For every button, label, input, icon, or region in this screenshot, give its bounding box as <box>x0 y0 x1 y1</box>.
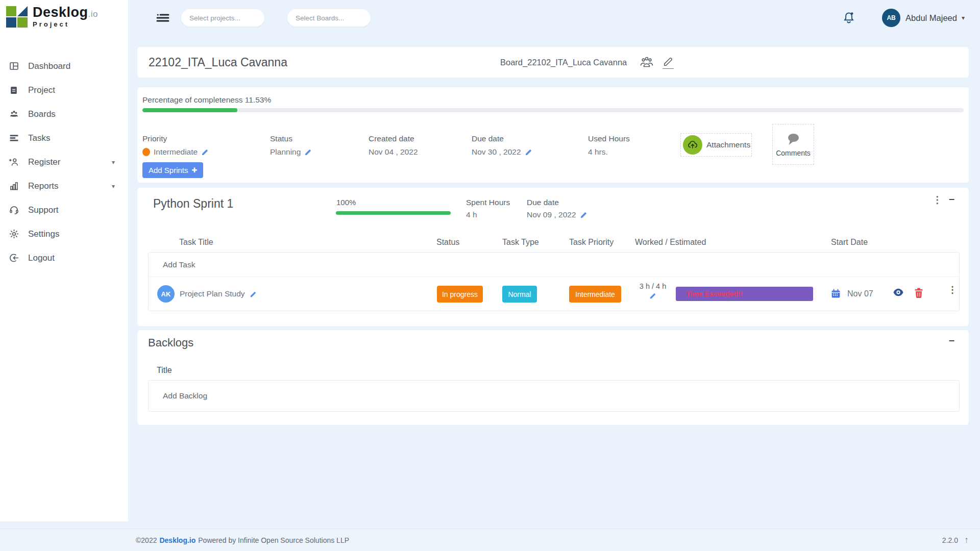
table-row: AK Project Plan Study In progress Normal… <box>149 277 959 311</box>
task-type-badge[interactable]: Normal <box>502 286 537 303</box>
page-title: 22102_ITA_Luca Cavanna <box>149 56 287 69</box>
add-sprints-button[interactable]: Add Sprints ✚ <box>142 162 203 178</box>
project-icon <box>8 85 19 96</box>
footer-brand-link[interactable]: Desklog.io <box>159 536 195 544</box>
sidebar-item-label: Settings <box>28 229 59 239</box>
attachments-button[interactable]: Attachments <box>680 133 752 157</box>
brand-tld: .io <box>88 9 98 19</box>
field-due-date: Due date Nov 30 , 2022 <box>472 134 533 157</box>
sprint-due-label: Due date <box>527 198 588 207</box>
select-boards-input[interactable] <box>287 9 371 27</box>
completeness-progress-fill <box>142 108 237 112</box>
kebab-icon: ⋮ <box>948 284 957 295</box>
backlogs-title: Backlogs <box>148 336 193 349</box>
project-title-card: 22102_ITA_Luca Cavanna Board_22102_ITA_L… <box>137 47 969 78</box>
sidebar-item-tasks[interactable]: Tasks <box>0 126 128 150</box>
column-start-date: Start Date <box>831 238 868 247</box>
task-title: Project Plan Study <box>180 289 245 298</box>
user-menu[interactable]: AB Abdul Majeed ▾ <box>882 9 965 27</box>
status-value: Planning <box>270 147 301 157</box>
brand-subtitle: Project <box>33 21 98 28</box>
edit-status-button[interactable] <box>304 148 312 156</box>
notifications-button[interactable] <box>842 11 855 25</box>
scroll-to-top-button[interactable]: ↑ <box>964 535 969 545</box>
sidebar-item-project[interactable]: Project <box>0 78 128 102</box>
edit-task-title-button[interactable] <box>250 290 257 298</box>
main-content: 22102_ITA_Luca Cavanna Board_22102_ITA_L… <box>128 36 980 425</box>
used-hours-label: Used Hours <box>588 134 630 143</box>
sidebar-item-register[interactable]: Register ▾ <box>0 150 128 174</box>
column-task-priority: Task Priority <box>569 238 614 247</box>
chevron-down-icon: ▾ <box>112 183 115 190</box>
start-date-value: Nov 07 <box>847 289 873 298</box>
edit-sprint-due-button[interactable] <box>580 211 588 219</box>
add-task-button[interactable]: Add Task <box>149 253 959 277</box>
menu-toggle-button[interactable] <box>156 11 170 24</box>
sidebar: Desklog.io Project Dashboard Project <box>0 0 128 521</box>
boards-icon <box>8 109 19 120</box>
spent-hours-value: 4 h <box>466 210 477 219</box>
sprint-progressbar <box>336 211 451 215</box>
calendar-icon[interactable] <box>830 288 841 299</box>
dashboard-icon <box>8 61 19 72</box>
brand-name: Desklog <box>33 5 88 20</box>
backlogs-card: Backlogs – Title Add Backlog <box>137 330 969 425</box>
chevron-down-icon: ▾ <box>112 159 115 166</box>
used-hours-value: 4 hrs. <box>588 147 608 157</box>
sidebar-item-reports[interactable]: Reports ▾ <box>0 174 128 198</box>
sidebar-item-boards[interactable]: Boards <box>0 102 128 126</box>
sprint-collapse-button[interactable]: – <box>949 193 954 205</box>
add-backlog-button[interactable]: Add Backlog <box>148 380 960 412</box>
app: Desklog.io Project Dashboard Project <box>0 0 980 551</box>
created-date-label: Created date <box>369 134 418 143</box>
brand-logo-icon <box>6 5 29 28</box>
sidebar-item-label: Dashboard <box>28 61 70 71</box>
board-group: Board_22102_ITA_Luca Cavanna <box>500 56 674 69</box>
edit-due-date-button[interactable] <box>525 148 533 156</box>
footer-powered-by: Powered by Infinite Open Source Solution… <box>198 536 349 544</box>
due-date-label: Due date <box>472 134 533 143</box>
sidebar-item-dashboard[interactable]: Dashboard <box>0 54 128 78</box>
priority-label: Priority <box>142 134 209 143</box>
comments-label: Comments <box>776 149 811 157</box>
sidebar-item-label: Boards <box>28 109 56 119</box>
edit-underline <box>663 68 674 69</box>
task-priority-badge[interactable]: Intermediate <box>569 286 621 303</box>
status-badge[interactable]: In progress <box>437 286 483 303</box>
trash-icon <box>914 288 923 298</box>
created-date-value: Nov 04 , 2022 <box>369 147 418 157</box>
people-group-icon <box>639 56 654 69</box>
sprint-progress-fill <box>336 211 451 215</box>
board-members-button[interactable] <box>639 56 654 69</box>
edit-worked-hours-button[interactable] <box>632 292 673 299</box>
assignee-avatar: AK <box>157 285 175 303</box>
brand-logo[interactable]: Desklog.io Project <box>0 0 128 28</box>
footer-year: ©2022 <box>136 536 157 544</box>
column-task-title: Task Title <box>179 238 213 247</box>
eye-icon <box>893 288 904 297</box>
sidebar-item-support[interactable]: Support <box>0 198 128 222</box>
sidebar-item-settings[interactable]: Settings <box>0 222 128 246</box>
sprint-spent-hours: Spent Hours 4 h <box>466 198 510 219</box>
minus-icon: – <box>949 193 954 204</box>
start-date-cell: Nov 07 <box>830 288 873 299</box>
delete-task-button[interactable] <box>914 288 923 298</box>
select-projects-input[interactable] <box>181 9 264 27</box>
board-name: Board_22102_ITA_Luca Cavanna <box>500 58 627 67</box>
board-edit-button[interactable] <box>663 56 674 69</box>
sidebar-item-label: Reports <box>28 181 59 191</box>
settings-icon <box>8 229 19 240</box>
field-status: Status Planning <box>270 134 312 157</box>
sidebar-item-label: Tasks <box>28 133 50 143</box>
task-menu-button[interactable]: ⋮ <box>948 284 957 295</box>
priority-dot <box>142 148 150 156</box>
sidebar-item-logout[interactable]: Logout <box>0 246 128 270</box>
sprint-menu-button[interactable]: ⋮ <box>933 194 942 206</box>
spent-hours-label: Spent Hours <box>466 198 510 207</box>
comments-button[interactable]: Comments <box>772 124 814 165</box>
completeness-label: Percentage of completeness 11.53% <box>142 95 271 105</box>
view-task-button[interactable] <box>893 288 904 297</box>
edit-priority-button[interactable] <box>201 148 209 156</box>
backlogs-collapse-button[interactable]: – <box>949 334 954 346</box>
footer-copyright: ©2022 Desklog.io Powered by Infinite Ope… <box>136 536 349 544</box>
